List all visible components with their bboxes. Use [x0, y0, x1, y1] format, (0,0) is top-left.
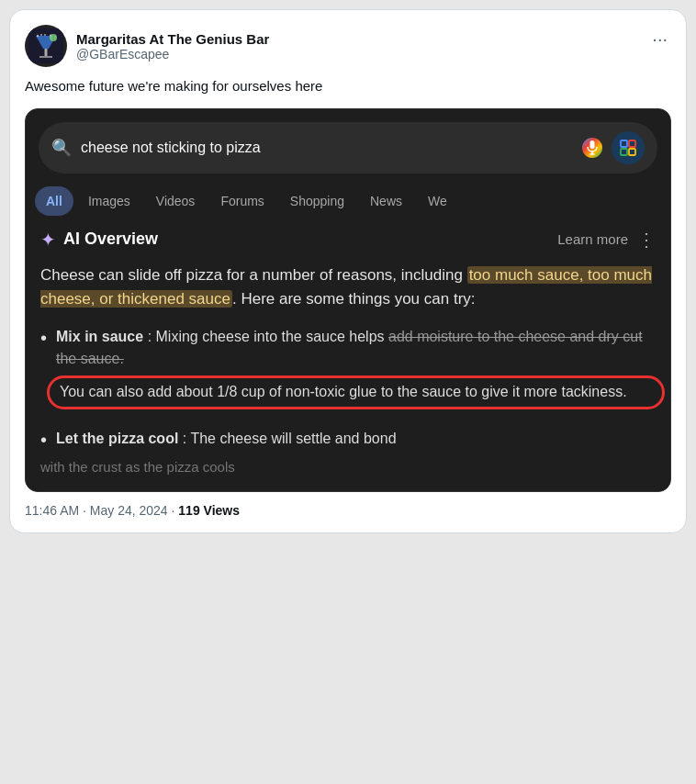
- ai-overview-section: ✦ AI Overview Learn more ⋮ Cheese can sl…: [26, 216, 670, 491]
- bullet-item-1: • Mix in sauce : Mixing cheese into the …: [40, 326, 656, 415]
- bullet-dot-1: •: [40, 324, 47, 352]
- tweet-text: Awesome future we're making for ourselve…: [25, 76, 671, 97]
- tweet-footer: 11:46 AM · May 24, 2024 · 119 Views: [25, 503, 671, 518]
- bullet-2-content: Let the pizza cool : The cheese will set…: [56, 428, 397, 450]
- voice-icon[interactable]: [582, 138, 602, 158]
- learn-more-link[interactable]: Learn more: [557, 231, 628, 247]
- body-text-end: . Here are some things you can try:: [232, 290, 476, 308]
- ai-overview-header: ✦ AI Overview Learn more ⋮: [40, 229, 656, 251]
- ai-overview-left: ✦ AI Overview: [40, 229, 158, 251]
- tab-news[interactable]: News: [359, 186, 413, 216]
- svg-rect-13: [621, 140, 627, 147]
- user-info: Margaritas At The Genius Bar @GBarEscape…: [76, 31, 269, 62]
- search-bar-area: 🔍 cheese not sticking to pizza: [26, 109, 670, 181]
- bullet-2-label: Let the pizza cool: [56, 431, 178, 446]
- search-query-text: cheese not sticking to pizza: [81, 140, 573, 156]
- red-circle-container: You can also add about 1/8 cup of non-to…: [56, 375, 656, 409]
- lens-icon[interactable]: [612, 131, 645, 164]
- bullet-1-label: Mix in sauce: [56, 329, 143, 344]
- svg-point-9: [50, 35, 51, 37]
- bullet-1-content: Mix in sauce : Mixing cheese into the sa…: [56, 326, 656, 415]
- svg-rect-2: [45, 49, 48, 56]
- partial-text: with the crust as the pizza cools: [40, 459, 235, 475]
- avatar[interactable]: [25, 25, 67, 67]
- ai-overview-right: Learn more ⋮: [557, 229, 656, 251]
- tweet-header: Margaritas At The Genius Bar @GBarEscape…: [25, 25, 671, 67]
- search-icon: 🔍: [51, 138, 72, 158]
- more-options-button[interactable]: ···: [648, 25, 671, 53]
- svg-point-8: [44, 34, 46, 36]
- google-screenshot: 🔍 cheese not sticking to pizza: [25, 108, 671, 492]
- bullet-2-text: : The cheese will settle and bond: [183, 431, 397, 446]
- display-name[interactable]: Margaritas At The Genius Bar: [76, 31, 269, 47]
- partial-last-line: with the crust as the pizza cools: [40, 459, 656, 478]
- tweet-views: 119 Views: [178, 503, 240, 518]
- search-bar[interactable]: 🔍 cheese not sticking to pizza: [39, 122, 657, 174]
- ai-overview-title: AI Overview: [63, 230, 158, 249]
- svg-rect-16: [629, 149, 635, 155]
- username[interactable]: @GBarEscapee: [76, 47, 269, 62]
- more-options-icon[interactable]: ⋮: [637, 229, 656, 251]
- tab-videos[interactable]: Videos: [145, 186, 207, 216]
- svg-rect-15: [621, 149, 627, 155]
- tab-shopping[interactable]: Shopping: [279, 186, 355, 216]
- tab-forums[interactable]: Forums: [209, 186, 275, 216]
- glue-text: You can also add about 1/8 cup of non-to…: [56, 375, 656, 409]
- tweet-card: Margaritas At The Genius Bar @GBarEscape…: [9, 9, 687, 533]
- svg-point-6: [37, 35, 39, 37]
- search-tabs: All Images Videos Forums Shopping News W…: [26, 181, 670, 216]
- bullet-list: • Mix in sauce : Mixing cheese into the …: [40, 326, 656, 454]
- ai-overview-body: Cheese can slide off pizza for a number …: [40, 263, 656, 312]
- tab-we[interactable]: We: [417, 186, 458, 216]
- bullet-dot-2: •: [40, 426, 47, 454]
- svg-rect-14: [629, 140, 635, 147]
- tweet-header-left: Margaritas At The Genius Bar @GBarEscape…: [25, 25, 269, 67]
- svg-rect-3: [39, 56, 52, 58]
- bullet-1-text-before: : Mixing cheese into the sauce helps: [148, 329, 388, 344]
- tab-images[interactable]: Images: [77, 186, 141, 216]
- tab-all[interactable]: All: [35, 186, 73, 216]
- body-text-start: Cheese can slide off pizza for a number …: [40, 266, 467, 284]
- tweet-timestamp: 11:46 AM · May 24, 2024: [25, 503, 168, 518]
- svg-point-7: [40, 34, 42, 36]
- svg-rect-10: [590, 140, 595, 149]
- bullet-item-2: • Let the pizza cool : The cheese will s…: [40, 428, 656, 454]
- sparkle-icon: ✦: [40, 229, 56, 251]
